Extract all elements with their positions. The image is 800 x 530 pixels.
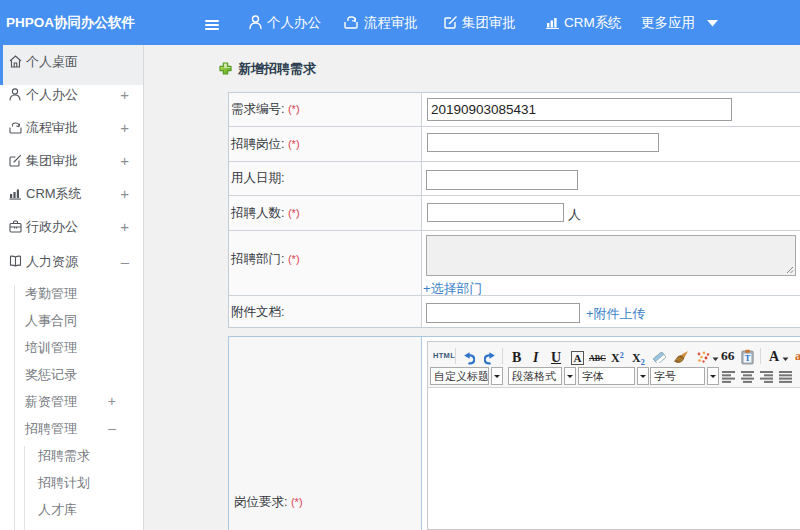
svg-text:T: T — [745, 353, 751, 363]
